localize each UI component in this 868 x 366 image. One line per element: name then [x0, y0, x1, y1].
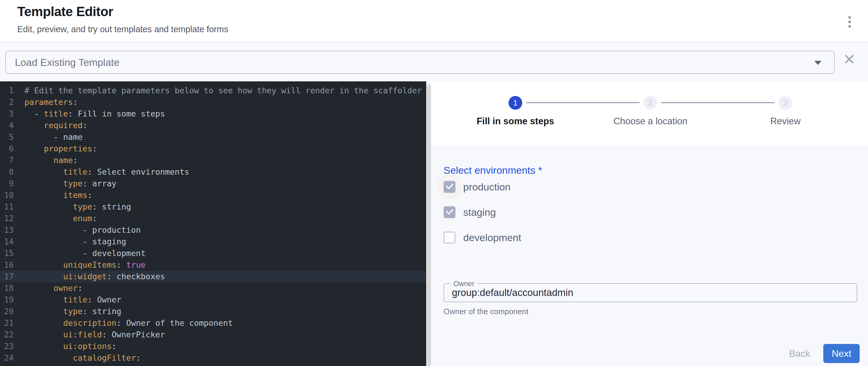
code-line: 18 owner:: [0, 282, 426, 294]
line-number: 23: [0, 340, 17, 352]
checkbox-option-staging[interactable]: staging: [443, 206, 521, 218]
code-line: 5 - name: [0, 131, 426, 143]
page-title: Template Editor: [17, 4, 113, 19]
preview-panel: 1Fill in some steps2Choose a location3Re…: [432, 81, 868, 366]
owner-input[interactable]: [444, 284, 857, 302]
line-content: parameters:: [17, 96, 78, 108]
owner-helper-text: Owner of the component: [443, 307, 528, 316]
required-marker: *: [535, 164, 542, 176]
step-2-label: Choose a location: [597, 116, 704, 127]
line-content: properties:: [17, 143, 97, 154]
template-code-editor[interactable]: 1# Edit the template parameters below to…: [0, 81, 426, 366]
code-line: 23 ui:options:: [0, 340, 426, 352]
line-content: type: string: [17, 201, 131, 213]
line-content: owner:: [17, 282, 83, 294]
environments-field-label: Select environments *: [443, 164, 542, 176]
step-3-label: Review: [732, 116, 839, 127]
checkbox-label: staging: [463, 207, 496, 218]
line-number: 9: [0, 178, 17, 189]
line-content: enum:: [17, 213, 97, 224]
line-number: 24: [0, 352, 17, 364]
line-content: ui:options:: [17, 340, 117, 352]
step-2-icon: 2: [644, 96, 657, 110]
code-line: 15 - development: [0, 247, 426, 259]
line-number: 18: [0, 282, 17, 294]
form-card: Select environments * productionstagingd…: [432, 146, 868, 366]
code-line: 24 catalogFilter:: [0, 352, 426, 364]
line-number: 16: [0, 259, 17, 271]
line-content: uniqueItems: true: [17, 259, 146, 271]
owner-field: Owner: [443, 283, 857, 302]
line-number: 10: [0, 189, 17, 201]
line-number: 1: [0, 85, 17, 96]
close-icon[interactable]: [842, 52, 856, 66]
line-number: 4: [0, 120, 17, 131]
code-line: 11 type: string: [0, 201, 426, 213]
checkbox-label: development: [463, 232, 521, 244]
code-line: 10 items:: [0, 189, 426, 201]
code-line: 20 type: string: [0, 305, 426, 317]
line-content: items:: [17, 189, 92, 201]
step-connector: [526, 102, 640, 103]
stepper: 1Fill in some steps2Choose a location3Re…: [432, 81, 868, 146]
kebab-menu-icon[interactable]: [842, 12, 857, 31]
line-number: 5: [0, 131, 17, 143]
line-number: 17: [0, 271, 17, 282]
code-line: 21 description: Owner of the component: [0, 317, 426, 329]
line-number: 13: [0, 224, 17, 236]
step-3-icon: 3: [779, 96, 792, 110]
code-line: 2parameters:: [0, 96, 426, 108]
line-number: 14: [0, 236, 17, 247]
line-content: - staging: [17, 236, 126, 247]
line-number: 22: [0, 329, 17, 340]
checkbox-unchecked-icon[interactable]: [443, 232, 456, 244]
code-line: 22 ui:field: OwnerPicker: [0, 329, 426, 340]
line-number: 11: [0, 201, 17, 213]
line-number: 2: [0, 96, 17, 108]
load-existing-template-select[interactable]: Load Existing Template: [5, 51, 835, 74]
page-subtitle: Edit, preview, and try out templates and…: [17, 25, 228, 34]
line-content: ui:widget: checkboxes: [17, 271, 165, 282]
line-content: title: Select environments: [17, 166, 189, 178]
step-1-label: Fill in some steps: [462, 116, 569, 127]
environments-label-text: Select environments: [443, 164, 535, 176]
line-number: 12: [0, 213, 17, 224]
line-number: 20: [0, 305, 17, 317]
code-line: 19 title: Owner: [0, 294, 426, 305]
step-connector: [661, 102, 775, 103]
wizard-actions: Back Next: [789, 344, 860, 363]
line-number: 19: [0, 294, 17, 305]
code-line: 6 properties:: [0, 143, 426, 154]
line-content: catalogFilter:: [17, 352, 141, 364]
line-content: title: Owner: [17, 294, 121, 305]
next-button[interactable]: Next: [823, 344, 860, 363]
code-line: 8 title: Select environments: [0, 166, 426, 178]
line-content: type: string: [17, 305, 121, 317]
code-line: 3 - title: Fill in some steps: [0, 108, 426, 120]
main-content: 1# Edit the template parameters below to…: [0, 81, 868, 366]
code-line: 16 uniqueItems: true: [0, 259, 426, 271]
checkbox-label: production: [463, 181, 510, 193]
checkbox-checked-icon[interactable]: [443, 206, 456, 218]
resize-scrollbar-handle[interactable]: [427, 84, 431, 366]
checkbox-option-production[interactable]: production: [443, 181, 521, 193]
line-content: # Edit the template parameters below to …: [17, 85, 426, 96]
line-content: ui:field: OwnerPicker: [17, 329, 165, 340]
back-button[interactable]: Back: [789, 348, 810, 359]
environments-checkbox-group: productionstagingdevelopment: [443, 181, 521, 257]
checkbox-checked-icon[interactable]: [443, 181, 456, 193]
line-content: - development: [17, 247, 146, 259]
line-content: type: array: [17, 178, 117, 189]
line-content: name:: [17, 154, 78, 166]
code-line: 14 - staging: [0, 236, 426, 247]
line-content: required:: [17, 120, 87, 131]
code-line: 13 - production: [0, 224, 426, 236]
toolbar: Load Existing Template: [0, 42, 868, 81]
line-content: description: Owner of the component: [17, 317, 233, 329]
code-line: 9 type: array: [0, 178, 426, 189]
line-content: - production: [17, 224, 141, 236]
panel-gap: [426, 81, 432, 366]
line-content: - title: Fill in some steps: [17, 108, 165, 120]
checkbox-option-development[interactable]: development: [443, 232, 521, 244]
code-line: 4 required:: [0, 120, 426, 131]
